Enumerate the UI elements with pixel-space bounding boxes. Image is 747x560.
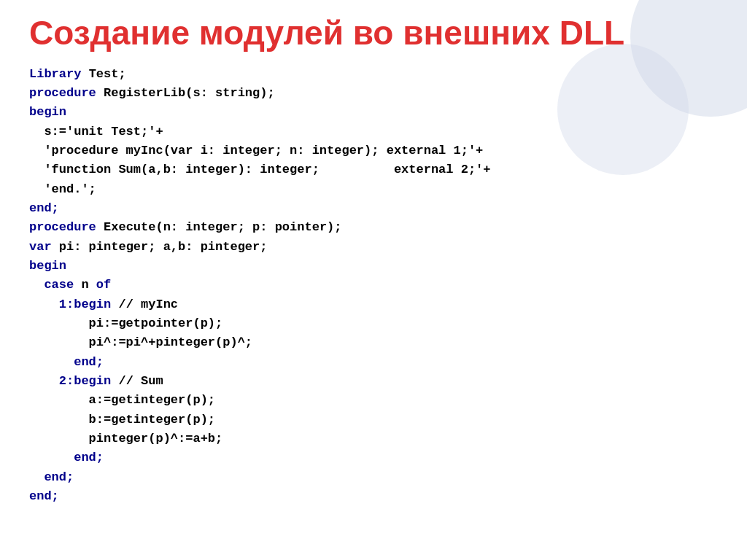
code-text: n: [74, 278, 96, 292]
code-line: 'procedure myInc(var i: integer; n: inte…: [29, 144, 483, 158]
code-line: end;: [29, 355, 104, 369]
code-line: 'end.';: [29, 182, 96, 196]
code-line: 'function Sum(a,b: integer): integer; ex…: [29, 163, 491, 176]
code-text: RegisterLib(s: string);: [104, 86, 275, 100]
code-line: end;: [29, 489, 59, 503]
code-line: end;: [29, 470, 74, 484]
code-text: pinteger(p)^:=a+b;: [29, 432, 222, 446]
code-text: Test;: [89, 67, 126, 81]
code-text: pi^:=pi^+pinteger(p)^;: [29, 335, 252, 349]
code-keyword: procedure: [29, 86, 104, 100]
code-keyword: end;: [29, 489, 59, 503]
page-title: Создание модулей во внешних DLL: [29, 15, 718, 52]
code-line: begin: [29, 259, 66, 273]
page-content: Создание модулей во внешних DLL Library …: [0, 0, 747, 521]
code-text: b:=getinteger(p);: [29, 413, 215, 427]
code-text: [29, 470, 44, 484]
code-line: pi:=getpointer(p);: [29, 316, 222, 330]
code-line: s:='unit Test;'+: [29, 125, 163, 139]
code-text: s:='unit Test;'+: [29, 125, 163, 139]
code-keyword: 1:begin: [59, 298, 111, 311]
code-line: pi^:=pi^+pinteger(p)^;: [29, 335, 252, 349]
code-keyword: case: [44, 278, 74, 292]
code-pre: Library Test; procedure RegisterLib(s: s…: [29, 65, 718, 507]
code-keyword: end;: [44, 470, 74, 484]
code-keyword: 2:begin: [59, 374, 111, 388]
code-line: 1:begin // myInc: [29, 298, 178, 311]
code-text: a:=getinteger(p);: [29, 393, 215, 407]
code-text: 'end.';: [29, 182, 96, 196]
code-block: Library Test; procedure RegisterLib(s: s…: [29, 65, 718, 507]
code-text: 'function Sum(a,b: integer): integer; ex…: [29, 163, 491, 176]
code-line: a:=getinteger(p);: [29, 393, 215, 407]
code-line: procedure Execute(n: integer; p: pointer…: [29, 220, 341, 234]
code-text: // myInc: [111, 298, 178, 311]
code-line: 2:begin // Sum: [29, 374, 163, 388]
code-line: end;: [29, 451, 104, 464]
code-line: end;: [29, 201, 59, 215]
code-text: [29, 374, 59, 388]
code-text: pi:=getpointer(p);: [29, 316, 222, 330]
code-line: b:=getinteger(p);: [29, 413, 215, 427]
code-text: Execute(n: integer; p: pointer);: [104, 220, 341, 234]
code-keyword: end;: [29, 201, 59, 215]
code-line: Library Test;: [29, 67, 126, 81]
code-keyword: end;: [74, 451, 104, 464]
code-text: // Sum: [111, 374, 163, 388]
code-keyword: procedure: [29, 220, 104, 234]
code-keyword: var: [29, 240, 52, 254]
code-keyword: of: [96, 278, 111, 292]
code-text: [29, 451, 74, 464]
code-text: [29, 355, 74, 369]
code-text: 'procedure myInc(var i: integer; n: inte…: [29, 144, 483, 158]
code-text: pi: pinteger; a,b: pinteger;: [52, 240, 268, 254]
code-line: var pi: pinteger; a,b: pinteger;: [29, 240, 267, 254]
code-keyword: begin: [29, 105, 66, 119]
code-line: begin: [29, 105, 66, 119]
code-text: [29, 298, 59, 311]
code-line: case n of: [29, 278, 111, 292]
code-text: [29, 278, 44, 292]
code-keyword: begin: [29, 259, 66, 273]
code-keyword: Library: [29, 67, 89, 81]
code-line: procedure RegisterLib(s: string);: [29, 86, 275, 100]
code-keyword: end;: [74, 355, 104, 369]
code-line: pinteger(p)^:=a+b;: [29, 432, 222, 446]
